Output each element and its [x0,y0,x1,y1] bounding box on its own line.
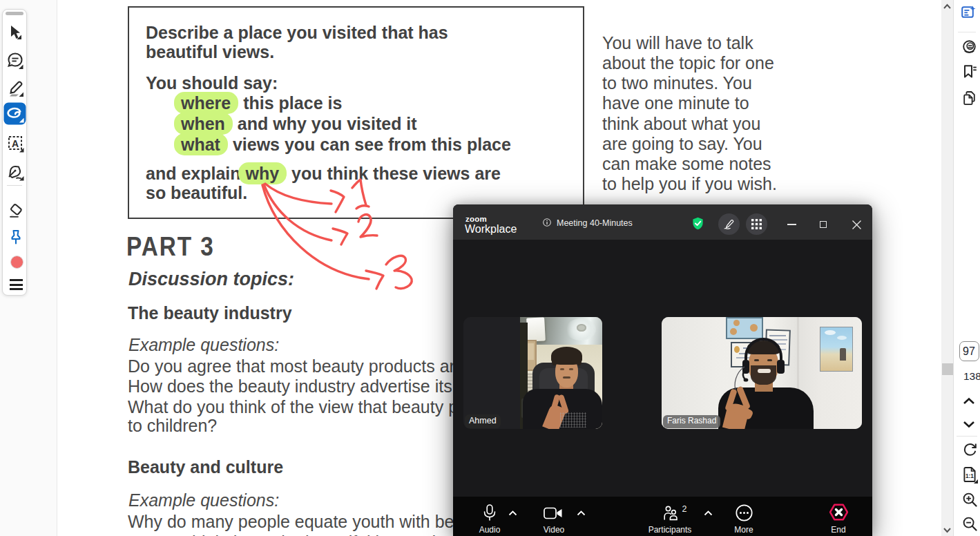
svg-text:A: A [12,138,19,149]
svg-text:1:1: 1:1 [965,473,974,479]
